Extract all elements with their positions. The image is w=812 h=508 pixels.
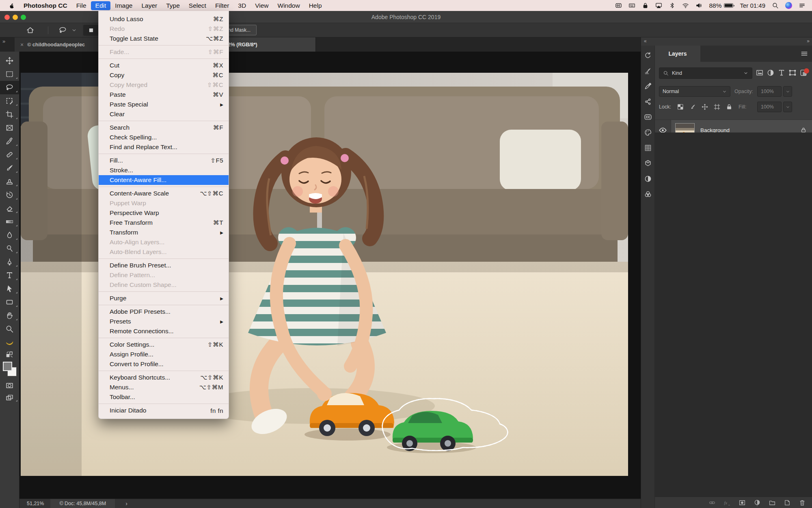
move-tool[interactable]	[0, 54, 19, 67]
edit-menu-item-define-custom-shape[interactable]: Define Custom Shape...	[99, 280, 229, 290]
creative-cloud-icon[interactable]	[615, 2, 622, 9]
screen-mode-icon[interactable]	[0, 391, 19, 404]
lock-position-icon[interactable]	[701, 103, 708, 111]
menubar-item-layer[interactable]: Layer	[137, 1, 162, 10]
panel-menu-icon[interactable]	[800, 50, 808, 58]
adjustments-icon[interactable]	[644, 175, 652, 183]
menubar-item-file[interactable]: File	[72, 1, 91, 10]
expand-panels-icon[interactable]: »	[807, 38, 810, 44]
object-selection-tool[interactable]	[0, 94, 19, 108]
blend-mode-dropdown[interactable]: Normal	[659, 86, 730, 97]
edit-menu-item-fade[interactable]: Fade...⇧⌘F	[99, 47, 229, 57]
wifi-icon[interactable]	[682, 2, 689, 9]
eyedropper-tool[interactable]	[0, 135, 19, 148]
adjustment-icon[interactable]	[754, 499, 761, 506]
menubar-item-window[interactable]: Window	[273, 1, 304, 10]
menubar-item-3d[interactable]: 3D	[233, 1, 251, 10]
edit-menu-item-copy-merged[interactable]: Copy Merged⇧⌘C	[99, 80, 229, 90]
history-brush-tool[interactable]	[0, 188, 19, 202]
fill-field[interactable]: 100%	[757, 102, 782, 112]
libraries-icon[interactable]	[644, 98, 652, 106]
edit-menu-item-stroke[interactable]: Stroke...	[99, 165, 229, 175]
opacity-field[interactable]: 100%	[757, 86, 782, 97]
bluetooth-icon[interactable]	[669, 2, 676, 9]
banana-tool[interactable]	[0, 336, 19, 349]
3d-icon[interactable]	[644, 159, 652, 167]
lock-transparency-icon[interactable]	[677, 103, 684, 111]
type-filter-icon[interactable]	[777, 69, 786, 77]
edit-menu-item-define-pattern[interactable]: Define Pattern...	[99, 270, 229, 280]
edit-menu-item-paste[interactable]: Paste⌘V	[99, 90, 229, 100]
brush-tool[interactable]	[0, 161, 19, 175]
healing-brush-tool[interactable]	[0, 148, 19, 161]
marquee-tool[interactable]	[0, 67, 19, 81]
path-selection-tool[interactable]	[0, 282, 19, 295]
group-icon[interactable]	[769, 499, 776, 506]
gradient-tool[interactable]	[0, 215, 19, 228]
mask-icon[interactable]	[739, 499, 746, 506]
color-swatches[interactable]	[0, 360, 19, 379]
search-icon[interactable]	[772, 2, 779, 9]
edit-menu-item-auto-align-layers[interactable]: Auto-Align Layers...	[99, 237, 229, 247]
shape-filter-icon[interactable]	[788, 69, 797, 77]
edit-menu-item-transform[interactable]: Transform▶	[99, 228, 229, 237]
edit-menu-item-convert-to-profile[interactable]: Convert to Profile...	[99, 359, 229, 369]
menubar-item-photoshop-cc[interactable]: Photoshop CC	[19, 1, 72, 10]
collapse-panels-icon[interactable]: «	[644, 38, 647, 44]
zoom-level-field[interactable]: 51,21%	[27, 501, 44, 506]
edit-menu-item-define-brush-preset[interactable]: Define Brush Preset...	[99, 261, 229, 270]
apple-icon[interactable]	[8, 2, 15, 9]
lock-artboard-icon[interactable]	[713, 103, 721, 111]
fx-icon[interactable]: fx	[723, 499, 731, 506]
layer-filter-dropdown[interactable]: Kind	[659, 67, 752, 79]
trash-icon[interactable]	[799, 499, 806, 506]
lock-icon[interactable]	[642, 2, 649, 9]
zoom-tool[interactable]	[0, 322, 19, 336]
color-icon[interactable]	[644, 128, 652, 137]
chevron-down-icon[interactable]	[71, 28, 77, 33]
lock-all-icon[interactable]	[726, 103, 733, 111]
edit-menu-item-clear[interactable]: Clear	[99, 109, 229, 119]
brushes-icon[interactable]	[644, 82, 652, 90]
menubar-item-image[interactable]: Image	[110, 1, 137, 10]
edit-menu-item-content-aware-fill[interactable]: Content-Aware Fill...	[99, 175, 229, 185]
clone-stamp-tool[interactable]	[0, 175, 19, 188]
adjustment-filter-icon[interactable]	[767, 69, 775, 77]
document-size-info[interactable]: © Doc: 45,8M/45,8M	[50, 499, 115, 508]
crop-tool[interactable]	[0, 108, 19, 121]
edit-menu-item-toggle-last-state[interactable]: Toggle Last State⌥⌘Z	[99, 34, 229, 43]
opacity-chevron[interactable]	[783, 86, 792, 97]
edit-menu-item-puppet-warp[interactable]: Puppet Warp	[99, 198, 229, 208]
edit-menu-item-color-settings[interactable]: Color Settings...⇧⌘K	[99, 340, 229, 350]
lasso-tool[interactable]	[0, 81, 19, 94]
quick-mask-icon[interactable]	[0, 379, 19, 391]
lasso-icon[interactable]	[58, 26, 67, 35]
edit-menu-item-undo-lasso[interactable]: Undo Lasso⌘Z	[99, 14, 229, 24]
foreground-color-swatch[interactable]	[3, 362, 12, 371]
airplay-icon[interactable]	[655, 2, 662, 9]
edit-menu-item-free-transform[interactable]: Free Transform⌘T	[99, 218, 229, 228]
edit-menu-item-auto-blend-layers[interactable]: Auto-Blend Layers...	[99, 247, 229, 257]
fill-chevron[interactable]	[783, 102, 792, 112]
hand-tool[interactable]	[0, 309, 19, 322]
edit-menu-item-keyboard-shortcuts[interactable]: Keyboard Shortcuts...⌥⇧⌘K	[99, 373, 229, 382]
siri-icon[interactable]	[785, 2, 792, 9]
volume-icon[interactable]	[695, 2, 702, 9]
frame-tool[interactable]	[0, 121, 19, 135]
new-selection-button[interactable]	[83, 25, 99, 36]
new-layer-icon[interactable]	[784, 499, 791, 506]
blur-tool[interactable]	[0, 228, 19, 242]
edit-menu-item-find-and-replace-text[interactable]: Find and Replace Text...	[99, 142, 229, 152]
edit-menu-item-toolbar[interactable]: Toolbar...	[99, 392, 229, 402]
shape-tool[interactable]	[0, 295, 19, 309]
filter-toggle-switch[interactable]	[804, 68, 809, 75]
creative-cloud-icon[interactable]	[644, 113, 652, 121]
edit-menu-item-search[interactable]: Search⌘F	[99, 123, 229, 132]
home-icon[interactable]	[26, 26, 35, 35]
edit-menu-item-check-spelling[interactable]: Check Spelling...	[99, 132, 229, 142]
edit-menu-item-purge[interactable]: Purge▶	[99, 293, 229, 303]
pen-tool[interactable]	[0, 255, 19, 269]
edit-menu-item-copy[interactable]: Copy⌘C	[99, 70, 229, 80]
edit-menu-item-remote-connections[interactable]: Remote Connections...	[99, 326, 229, 336]
menubar-item-filter[interactable]: Filter	[211, 1, 233, 10]
